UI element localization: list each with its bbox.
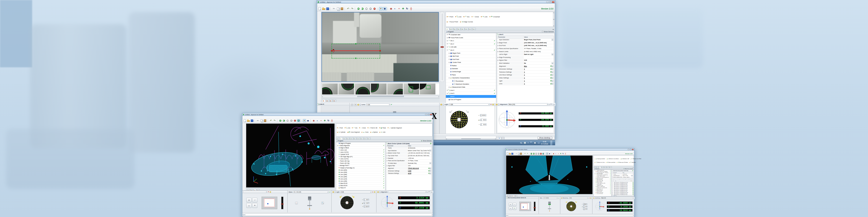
ring-light-dial[interactable] [339, 194, 355, 212]
toolbar-button[interactable] [361, 7, 364, 10]
property-value[interactable]: 1.000 mm [407, 157, 431, 159]
property-value[interactable]: 1 [523, 83, 550, 85]
point-link[interactable]: Ausrichtung.Z (+;3.50).Minimum Punkt [614, 186, 632, 187]
property-row[interactable]: Link Move Settings1⇗▾ [497, 73, 554, 76]
program-tree-row[interactable]: ∿Link L3 (XYZ)✔ [336, 158, 385, 160]
property-row[interactable]: Strict ValidationNo⇗▾ [497, 62, 554, 65]
program-tree-row[interactable]: ⊞◠Arc 1✔ [446, 39, 496, 42]
program-tree-row[interactable]: ▮Central Angle✔ [446, 70, 496, 73]
toolbar-button[interactable] [409, 7, 413, 10]
point-check-icon[interactable]: ✔ [633, 185, 633, 186]
property-row[interactable]: ⊞Search Limits(0.4562 mm,0.4562 mm)⇗▾ [497, 50, 554, 53]
palette-item[interactable]: ○Circle [472, 16, 479, 18]
program-tree-row[interactable]: ◆Line L(000)✔ [336, 169, 385, 171]
program-tree-row[interactable]: ◉Begin of Program✔ [336, 142, 385, 145]
toolbar-button[interactable] [546, 153, 548, 155]
property-row[interactable]: Light1⇗▾ [497, 80, 554, 82]
apply-check-icon[interactable]: ✔ [430, 143, 431, 144]
palette-item[interactable]: ↝Edge Curves [460, 21, 473, 23]
slider-knob[interactable] [364, 205, 365, 207]
toolbar-button[interactable] [260, 119, 263, 122]
measured-line-overlay[interactable] [332, 51, 380, 51]
property-row[interactable]: ⊞Sigma Filter3.00⇗▾ [386, 164, 431, 167]
lock-icon[interactable] [561, 197, 562, 198]
expander-icon[interactable]: ⊞ [447, 96, 448, 97]
roi-handle[interactable] [355, 43, 356, 44]
slider-knob[interactable] [480, 124, 482, 126]
edge-search-roi[interactable] [332, 43, 380, 59]
point-check-icon[interactable]: ✔ [633, 192, 633, 193]
expander-icon[interactable]: ⊞ [497, 57, 499, 58]
point-check-icon[interactable]: ✔ [633, 186, 633, 187]
property-row[interactable]: Dimension Settings0.000⇗▾ [386, 169, 431, 172]
side-tool-icon[interactable] [243, 163, 246, 165]
lens-dropdown[interactable]: 1 (9) [366, 103, 390, 106]
property-value[interactable]: 3.00 [523, 59, 554, 61]
toolbar-button[interactable] [301, 119, 302, 122]
palette-item[interactable]: •Point [447, 16, 453, 18]
property-value[interactable] [523, 57, 554, 58]
expander-icon[interactable]: ⊞ [448, 86, 450, 88]
toolbar-button[interactable] [383, 7, 386, 10]
compare-button[interactable]: % [354, 103, 357, 106]
program-tree-row[interactable]: ⊞◠Arc 2✔ [446, 42, 496, 45]
program-tree-row[interactable]: ⊞╲Line 5✔ [446, 92, 496, 95]
side-tool-icon[interactable] [243, 133, 246, 135]
toolbar-button[interactable] [282, 119, 285, 122]
program-tree-row[interactable]: ▮Plane✔ [446, 73, 496, 76]
dropdown-arrow-icon[interactable]: ▾ [429, 167, 431, 169]
program-tree-row[interactable]: ∿Link L1 (Z)✔ [336, 149, 385, 151]
expander-icon[interactable]: ⊞ [448, 62, 450, 63]
point-link[interactable]: Ausrichtung.Y (-;3.50).Maximum Punkt [614, 193, 632, 194]
point-link[interactable]: Ausrichtung.Z (+;3.50).Minimum Punkt [614, 194, 632, 195]
side-tool-icon[interactable] [243, 148, 246, 150]
program-tree-row[interactable]: ◆Plane XY✔ [336, 187, 385, 189]
maximize-button[interactable]: ❐ [630, 149, 631, 150]
zoom-probe-button[interactable]: 🔍 [321, 202, 324, 204]
toolbar-button[interactable] [319, 119, 323, 122]
tab[interactable] [457, 28, 461, 30]
slider-knob[interactable] [480, 114, 482, 116]
program-tree-row[interactable]: ⊞▦Mid Point✔ [446, 55, 496, 58]
roi-handle[interactable] [355, 58, 356, 59]
tab[interactable] [596, 166, 598, 168]
program-tree-row[interactable]: ╲Linie in 3D rechts✔ [594, 193, 611, 194]
tab[interactable] [465, 28, 468, 30]
tab[interactable] [333, 99, 336, 102]
toolbar-button[interactable] [290, 119, 293, 122]
point-check-icon[interactable]: ✔ [633, 191, 633, 191]
toolbar-button[interactable] [537, 153, 540, 155]
side-tool-icon[interactable] [243, 142, 246, 144]
z-axis-slider[interactable] [281, 197, 283, 209]
side-tool-icon[interactable] [243, 136, 246, 138]
palette-item[interactable]: ◠Arc [352, 127, 358, 129]
side-tool-icon[interactable] [318, 28, 320, 30]
side-tool-icon[interactable] [243, 154, 246, 156]
tree-item-checkbox[interactable] [454, 80, 455, 82]
toolbar-button[interactable] [551, 153, 552, 155]
expander-icon[interactable]: ⊞ [594, 174, 595, 174]
program-tree-row[interactable]: ∴Point in 3D Y(b)✔ [336, 162, 385, 164]
expander-icon[interactable]: ⊞ [448, 53, 450, 54]
program-tree-row[interactable]: ⊞▦Begin Point✔ [446, 52, 496, 55]
light-bulb-icon[interactable] [270, 191, 271, 193]
program-tree-row[interactable]: ∿Link L2 (XYZ)✔ [336, 151, 385, 153]
toolbar-button[interactable] [553, 153, 555, 155]
slider-knob[interactable] [583, 203, 585, 205]
tab[interactable] [469, 28, 472, 30]
property-row[interactable]: Fit Initial ValueNominals Only⇗▾ [386, 162, 431, 165]
property-row[interactable]: ⊞Sigma Filter3.00⇗▾ [497, 59, 554, 62]
program-tree-row[interactable]: ⊟▰Geometric Characteristics✔ [446, 76, 496, 80]
dropdown-arrow-icon[interactable]: ▾ [552, 62, 553, 64]
tab-overflow-arrows[interactable]: ◂ ▸ [552, 29, 555, 30]
program-tree-row[interactable]: ⊞∿Link safe✔ [446, 45, 496, 49]
status-input[interactable] [508, 215, 633, 216]
toolbar-button[interactable] [514, 153, 515, 155]
point-check-icon[interactable]: ✔ [633, 190, 633, 190]
tray-expand-icon[interactable]: ▲ [527, 142, 529, 144]
palette-item[interactable]: ▲Cone [362, 131, 369, 133]
jog-button[interactable]: ◍ [246, 198, 252, 203]
tab[interactable] [360, 137, 364, 140]
expander-icon[interactable]: ⊞ [447, 43, 448, 44]
light-off-icon[interactable]: ✕ [268, 191, 269, 193]
